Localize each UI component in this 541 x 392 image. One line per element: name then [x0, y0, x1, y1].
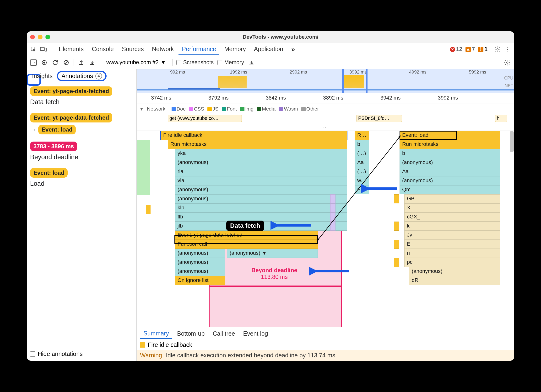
sidebar-tab-annotations[interactable]: Annotations 4 [57, 71, 107, 81]
overview[interactable]: 992 ms 1992 ms 2992 ms 3992 ms 4992 ms 5… [137, 69, 514, 93]
flame-entry[interactable]: Function call [175, 240, 318, 249]
flame-entry[interactable]: (anonymous) [409, 267, 500, 276]
memory-checkbox[interactable]: Memory [217, 59, 244, 66]
reload-icon[interactable] [52, 59, 59, 66]
network-disclosure[interactable]: ▼ [139, 106, 144, 112]
flame-entry[interactable]: ri [404, 249, 500, 258]
flame-entry[interactable]: b [355, 140, 369, 149]
warning-badge[interactable]: 7 [465, 46, 475, 53]
legend-item: JS [207, 106, 218, 111]
minimize-icon[interactable] [38, 35, 43, 39]
error-badge[interactable]: ✕12 [450, 46, 462, 53]
tab-elements[interactable]: Elements [55, 44, 87, 55]
flame-entry[interactable]: Fire idle callback [161, 131, 347, 140]
flame-entry[interactable]: Jv [404, 231, 500, 240]
tab-memory[interactable]: Memory [221, 44, 249, 55]
flame-entry[interactable]: (anonymous) [175, 249, 225, 258]
bottom-tab-calltree[interactable]: Call tree [209, 329, 238, 339]
net-request[interactable]: PSDnSI_8fd… [357, 115, 402, 122]
bottom-tab-bottomup[interactable]: Bottom-up [174, 329, 208, 339]
flame-entry[interactable]: pc [404, 258, 500, 267]
sidebar: Insights Annotations 4 Event: yt-page-da… [27, 69, 137, 361]
body: Insights Annotations 4 Event: yt-page-da… [27, 69, 514, 361]
flame-entry[interactable]: Event: load [400, 131, 500, 140]
flame-entry[interactable]: R… [355, 131, 369, 140]
flame-entry[interactable]: (…) [355, 167, 369, 176]
flame-entry-dropdown[interactable]: (anonymous) ▼ [227, 249, 318, 258]
flame-entry[interactable]: (…) [355, 149, 369, 158]
flame-graph[interactable]: Beyond deadline 113.80 ms Data fetch Loa… [137, 131, 514, 327]
clear-icon[interactable] [63, 59, 70, 66]
net-request[interactable]: get (www.youtube.co… [168, 115, 242, 122]
flame-entry[interactable]: E [404, 240, 500, 249]
annotation-count: 4 [95, 73, 102, 79]
gc-icon[interactable] [248, 59, 255, 66]
flame-entry[interactable]: Run microtasks [168, 140, 347, 149]
legend-item: Media [257, 106, 276, 111]
recording-select[interactable]: www.youtube.com #2 ▼ [104, 58, 168, 66]
main-tabs: Elements Console Sources Network Perform… [55, 44, 447, 55]
annotation-item[interactable]: Event: load Load [30, 168, 133, 187]
flame-entry[interactable]: (anonymous) [400, 158, 500, 167]
flame-entry[interactable]: (anonymous) [175, 194, 347, 203]
close-icon[interactable] [30, 35, 35, 39]
tab-network[interactable]: Network [149, 44, 177, 55]
flame-entry[interactable]: rla [175, 167, 347, 176]
annotation-item[interactable]: Event: yt-page-data-fetched Data fetch [30, 86, 133, 106]
flame-entry[interactable]: (anonymous) [400, 176, 500, 185]
tab-sources[interactable]: Sources [119, 44, 147, 55]
flame-entry[interactable]: X [404, 203, 500, 212]
record-icon[interactable] [41, 59, 48, 66]
bottom-tab-summary[interactable]: Summary [140, 328, 172, 339]
flame-entry[interactable]: GB [404, 194, 500, 203]
collapse-sidebar-icon[interactable]: ◂ [30, 59, 37, 66]
net-request[interactable]: h [495, 115, 507, 122]
issues-badge[interactable]: !1 [478, 46, 487, 53]
tab-overflow[interactable]: » [288, 44, 298, 55]
tab-console[interactable]: Console [88, 44, 117, 55]
gear-icon[interactable] [494, 46, 501, 53]
flame-entry[interactable]: Qm [400, 185, 500, 194]
sidebar-footer: Hide annotations [27, 347, 136, 361]
flame-entry[interactable]: b [400, 149, 500, 158]
flame-entry[interactable]: qR [409, 276, 500, 285]
blue-arrow-icon [361, 184, 400, 193]
legend-item: Wasm [279, 106, 298, 111]
network-lane[interactable]: get (www.youtube.co… PSDnSI_8fd… h [137, 114, 514, 123]
flame-entry[interactable]: klb [175, 203, 347, 212]
flame-entry[interactable]: (anonymous) [175, 267, 225, 276]
flame-entry[interactable]: Event: yt-page-data-fetched [175, 231, 318, 240]
flame-entry[interactable]: flb [175, 212, 347, 222]
upload-icon[interactable] [78, 59, 85, 66]
panel-gear-icon[interactable] [504, 59, 511, 66]
kebab-icon[interactable]: ⋮ [504, 46, 511, 53]
svg-rect-1 [40, 47, 44, 50]
sidebar-tab-insights[interactable]: Insights [30, 72, 55, 80]
flame-entry[interactable]: vla [175, 176, 347, 185]
flame-entry[interactable]: (anonymous) [175, 185, 347, 194]
scrollbar[interactable] [510, 131, 514, 327]
flame-entry[interactable]: Aa [400, 167, 500, 176]
flame-entry[interactable]: (anonymous) [175, 158, 347, 167]
flame-entry[interactable]: (anonymous) [175, 258, 225, 267]
annotation-item[interactable]: 3783 - 3896 ms Beyond deadline [30, 142, 133, 161]
bottom-tab-eventlog[interactable]: Event log [240, 329, 271, 339]
inspect-icon[interactable] [30, 46, 37, 53]
flame-entry[interactable]: k [404, 222, 500, 231]
chevron-down-icon: ▼ [161, 59, 166, 66]
hide-annotations-checkbox[interactable] [30, 351, 35, 357]
ruler[interactable]: 3742 ms 3792 ms 3842 ms 3892 ms 3942 ms … [137, 93, 514, 104]
flame-entry[interactable]: Aa [355, 158, 369, 167]
tab-application[interactable]: Application [251, 44, 287, 55]
flame-entry[interactable]: yka [175, 149, 347, 158]
flame-entry[interactable]: Run microtasks [400, 140, 500, 149]
download-icon[interactable] [89, 59, 96, 66]
sidebar-content: Event: yt-page-data-fetched Data fetch E… [27, 83, 136, 347]
annotation-item[interactable]: Event: yt-page-data-fetched → Event: loa… [30, 113, 133, 134]
tab-performance[interactable]: Performance [179, 44, 219, 55]
maximize-icon[interactable] [45, 35, 50, 39]
flame-entry[interactable]: On ignore list [175, 276, 225, 285]
screenshots-checkbox[interactable]: Screenshots [176, 59, 214, 66]
device-icon[interactable] [40, 46, 47, 53]
flame-entry[interactable]: cGX_ [404, 212, 500, 222]
